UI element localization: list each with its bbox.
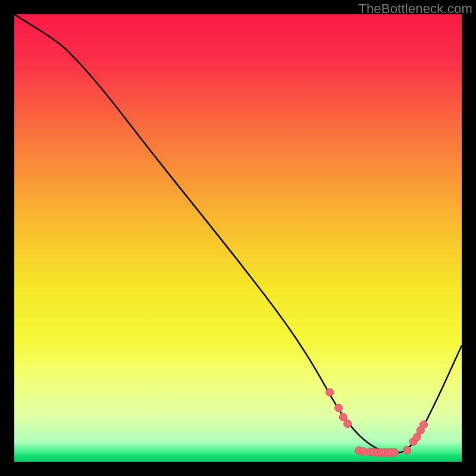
curve-marker <box>391 449 399 456</box>
attribution-watermark: TheBottleneck.com <box>358 1 472 17</box>
curve-marker <box>339 413 347 421</box>
chart-svg <box>14 14 462 462</box>
chart-frame: TheBottleneck.com <box>0 0 476 476</box>
gradient-background <box>14 14 462 462</box>
curve-marker <box>326 389 334 396</box>
curve-marker <box>403 446 411 454</box>
curve-marker <box>420 421 428 428</box>
plot-area <box>14 14 462 462</box>
curve-marker <box>344 420 352 428</box>
curve-marker <box>335 404 343 412</box>
